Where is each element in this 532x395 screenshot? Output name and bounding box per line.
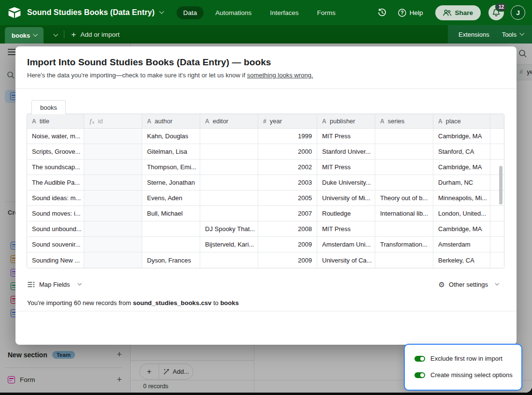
import-summary: You're importing 60 new records from sou…: [27, 299, 239, 307]
cell-id: [84, 221, 142, 236]
something-looks-wrong-link[interactable]: something looks wrong.: [247, 72, 313, 79]
people-icon: [443, 10, 451, 16]
other-settings-label: Other settings: [449, 281, 488, 288]
cell-series: [375, 175, 433, 190]
tools-button[interactable]: Tools: [502, 31, 523, 38]
other-settings-chevron-icon: [495, 281, 499, 285]
nav-tab-automations[interactable]: Automations: [208, 6, 258, 19]
base-title-chevron-icon[interactable]: [159, 9, 164, 14]
table-row: Sounding New ...Dyson, Frances2009Univer…: [27, 252, 504, 268]
table-scrollbar-thumb[interactable]: [499, 166, 502, 205]
svg-text:?: ?: [400, 10, 403, 15]
add-or-import-label: Add or import: [80, 31, 119, 38]
cell-place: London, United...: [433, 206, 490, 221]
table-row: Sound moves: i...Bull, Michael2007Routle…: [27, 206, 504, 221]
number-field-icon: #: [263, 118, 266, 125]
cell-id: [84, 175, 142, 190]
cell-author: Gitelman, Lisa: [142, 144, 200, 159]
toolbar-right-panel: Extensions Tools: [448, 25, 532, 44]
tools-chevron-icon: [519, 31, 524, 36]
column-header-publisher: Apublisher: [317, 114, 375, 128]
row-gutter: [490, 237, 504, 252]
modal-subtitle: Here's the data you're importing—check t…: [27, 72, 313, 79]
column-header-place: Aplace: [433, 114, 490, 128]
row-gutter: [490, 144, 504, 159]
cell-place: Amsterdam: [433, 237, 490, 252]
history-icon[interactable]: [378, 8, 386, 17]
extensions-button[interactable]: Extensions: [458, 31, 489, 38]
table-row: Sound unbound...DJ Spooky That...2008MIT…: [27, 221, 504, 237]
cell-year: 2003: [258, 175, 317, 190]
other-settings-button[interactable]: ⚙ Other settings: [439, 281, 498, 288]
nav-tab-forms[interactable]: Forms: [310, 6, 342, 19]
table-list-chevron-button[interactable]: [44, 25, 64, 44]
column-header-editor: Aeditor: [200, 114, 258, 128]
import-target-table: books: [220, 299, 238, 307]
help-button[interactable]: ? Help: [398, 9, 423, 17]
map-fields-icon: [28, 281, 35, 288]
cell-id: [84, 190, 142, 205]
table-tab-books[interactable]: books: [5, 27, 44, 44]
table-row: The soundscap...Thompson, Emi...2002MIT …: [27, 160, 504, 175]
cell-editor: [200, 144, 258, 159]
tools-label: Tools: [502, 31, 517, 38]
cell-year: 2009: [258, 237, 317, 252]
text-field-icon: A: [438, 118, 443, 125]
base-title[interactable]: Sound Studies Books (Data Entry): [27, 8, 155, 17]
app-window: Create... New section Team + Form + # y: [0, 0, 532, 393]
add-or-import-button[interactable]: + Add or import: [71, 30, 119, 39]
cell-editor: Bijsterveld, Kari...: [200, 237, 258, 252]
exclude-first-row-toggle[interactable]: [414, 356, 425, 362]
cell-place: Stanford, CA: [433, 144, 490, 159]
cell-year: 1999: [258, 129, 317, 144]
toolbar-divider: [64, 30, 64, 38]
topbar-actions: ? Help Share 12 J: [378, 5, 525, 20]
cell-editor: [200, 175, 258, 190]
cell-author: Sterne, Jonathan: [142, 175, 200, 190]
share-button[interactable]: Share: [435, 5, 481, 20]
cell-title: Scripts, Groove...: [27, 144, 84, 159]
gear-icon: ⚙: [439, 281, 445, 288]
airtable-logo[interactable]: [8, 7, 21, 18]
cell-title: Sound moves: i...: [27, 206, 84, 221]
toggle-label: Exclude first row in import: [430, 355, 502, 362]
column-header-year: #year: [258, 114, 317, 128]
cell-series: [375, 129, 433, 144]
text-field-icon: A: [322, 118, 326, 125]
column-header-title: Atitle: [27, 114, 84, 128]
cell-place: Minneapolis, Mi...: [433, 190, 490, 205]
cell-editor: [200, 160, 258, 175]
row-gutter: [490, 129, 504, 144]
sheet-tab-books[interactable]: books: [31, 100, 66, 114]
map-fields-chevron-icon: [77, 281, 81, 285]
cell-place: Cambridge, MA: [433, 129, 490, 144]
cell-year: 2008: [258, 221, 317, 236]
notifications-button[interactable]: 12: [488, 5, 504, 20]
text-field-icon: A: [32, 118, 36, 125]
user-avatar[interactable]: J: [511, 5, 525, 20]
text-field-icon: A: [205, 118, 209, 125]
plus-icon: +: [71, 30, 76, 39]
nav-tab-interfaces[interactable]: Interfaces: [263, 6, 305, 19]
map-fields-label: Map Fields: [39, 281, 70, 288]
preview-table-body: Noise, water, m...Kahn, Douglas1999MIT P…: [27, 129, 504, 268]
cell-publisher: Amsterdam Uni...: [317, 237, 375, 252]
cell-id: [84, 237, 142, 252]
exclude-first-row-setting: Exclude first row in import: [414, 355, 502, 362]
cell-series: International lib...: [375, 206, 433, 221]
cell-author: [142, 221, 200, 236]
cell-publisher: MIT Press: [317, 221, 375, 236]
create-missing-options-toggle[interactable]: [414, 372, 425, 378]
map-fields-button[interactable]: Map Fields: [28, 281, 81, 288]
table-tab-label: books: [12, 32, 30, 39]
modal-footer-divider: [15, 311, 517, 311]
nav-tab-data[interactable]: Data: [177, 6, 204, 19]
import-preview-table: AtitleƒₓidAauthorAeditor#yearApublisherA…: [27, 114, 504, 268]
column-header-author: Aauthor: [142, 114, 200, 128]
cell-id: [84, 129, 142, 144]
cell-author: Dyson, Frances: [142, 252, 200, 268]
cell-series: [375, 160, 433, 175]
cell-publisher: University of Ca...: [317, 252, 375, 268]
cell-place: Cambridge, MA: [433, 160, 490, 175]
table-row: Noise, water, m...Kahn, Douglas1999MIT P…: [27, 129, 504, 144]
